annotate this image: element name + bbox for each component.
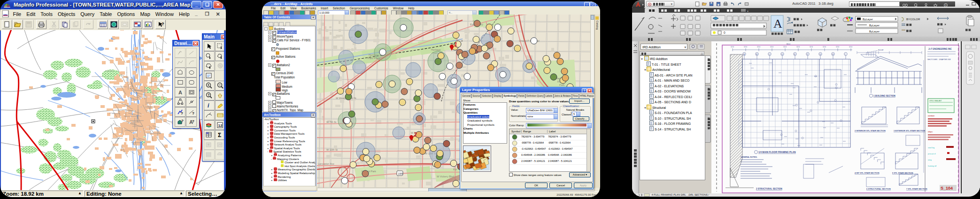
svg-text:7 STL STAIR SECTION: 7 STL STAIR SECTION bbox=[906, 188, 927, 190]
svg-text:12-0: 12-0 bbox=[770, 46, 773, 48]
svg-text:W 10th St: W 10th St bbox=[326, 148, 338, 151]
svg-text:Σ: Σ bbox=[218, 132, 221, 138]
svg-text:steel leg: steel leg bbox=[928, 147, 934, 149]
svg-text:A: A bbox=[773, 17, 782, 31]
svg-text:3 EXTERIOR STL STAIR SECTION: 3 EXTERIOR STL STAIR SECTION bbox=[894, 130, 925, 132]
svg-text:F: F bbox=[807, 54, 808, 55]
svg-text:W Vickery Blvd: W Vickery Blvd bbox=[437, 175, 454, 178]
svg-text:12: 12 bbox=[218, 123, 223, 128]
svg-text:clays:: clays: bbox=[928, 131, 933, 133]
svg-text:SHOTOVER DRAFTER KW: SHOTOVER DRAFTER KW bbox=[927, 59, 951, 61]
svg-text:0: 0 bbox=[724, 31, 725, 34]
svg-text:?: ? bbox=[181, 111, 183, 115]
svg-text:ROOF: ROOF bbox=[878, 49, 884, 51]
svg-text:G: G bbox=[820, 54, 821, 55]
svg-text:199: 199 bbox=[398, 172, 403, 175]
svg-text:4 INT STL STAIR SECTION: 4 INT STL STAIR SECTION bbox=[855, 172, 879, 174]
svg-text:S_104: S_104 bbox=[941, 186, 953, 191]
svg-text:?: ? bbox=[208, 93, 209, 97]
svg-text:A: A bbox=[178, 90, 182, 95]
svg-text:12-0: 12-0 bbox=[823, 46, 826, 48]
svg-text:12-0: 12-0 bbox=[731, 46, 734, 48]
svg-text:ByLayer: ByLayer bbox=[869, 24, 880, 27]
svg-text:?: ? bbox=[192, 111, 194, 115]
svg-text:i: i bbox=[208, 102, 209, 109]
svg-text:2 STRUCTURAL SECTION: 2 STRUCTURAL SECTION bbox=[756, 188, 782, 190]
svg-text:84-0: 84-0 bbox=[787, 43, 791, 45]
svg-text:?: ? bbox=[181, 119, 184, 123]
svg-text:1: 1 bbox=[454, 41, 457, 48]
svg-text:09910 SEALANT: 09910 SEALANT bbox=[929, 100, 942, 102]
svg-text:Lancaster Ave: Lancaster Ave bbox=[318, 162, 334, 165]
svg-text:BYCOLOR: BYCOLOR bbox=[906, 18, 920, 21]
svg-text:12-0: 12-0 bbox=[836, 46, 839, 48]
svg-text:?: ? bbox=[162, 22, 164, 26]
svg-text:contact:: contact: bbox=[928, 115, 935, 117]
svg-text:12-0: 12-0 bbox=[796, 46, 800, 48]
svg-text:12-0: 12-0 bbox=[757, 46, 760, 48]
svg-text:?: ? bbox=[192, 119, 194, 123]
svg-text:I: I bbox=[845, 54, 846, 55]
svg-text:Park: Park bbox=[559, 84, 565, 86]
svg-text:framing sill: framing sill bbox=[928, 165, 936, 167]
svg-text:5 STL STAIR SECTION: 5 STL STAIR SECTION bbox=[892, 172, 913, 174]
svg-text:wing: wing bbox=[928, 159, 932, 161]
svg-text:2 INTERIOR STL STAIR SECTION: 2 INTERIOR STL STAIR SECTION bbox=[855, 130, 886, 132]
svg-text:1/4 MAIN FLOOR FRAMING PLAN: 1/4 MAIN FLOOR FRAMING PLAN bbox=[758, 151, 796, 153]
svg-text:12-0: 12-0 bbox=[783, 46, 787, 48]
svg-text:For: For bbox=[453, 168, 457, 171]
svg-text:2: 2 bbox=[413, 131, 417, 138]
svg-text:GENERAL NOTES:: GENERAL NOTES: bbox=[741, 156, 757, 158]
svg-text:6 STRUCTURAL SECTION: 6 STRUCTURAL SECTION bbox=[866, 188, 891, 190]
svg-text:12-0: 12-0 bbox=[810, 46, 813, 48]
svg-text:12-0: 12-0 bbox=[744, 46, 747, 48]
svg-text:precast sf: precast sf bbox=[928, 153, 936, 155]
svg-text:1 BUILDING SECTION: 1 BUILDING SECTION bbox=[873, 95, 895, 97]
svg-text:Heritage: Heritage bbox=[431, 48, 441, 51]
svg-text:ByLayer: ByLayer bbox=[863, 18, 873, 21]
svg-text:J+T ENGINEERING INC: J+T ENGINEERING INC bbox=[928, 48, 952, 50]
svg-text:ByLayer: ByLayer bbox=[869, 30, 880, 33]
svg-text:W 7th St: W 7th St bbox=[326, 121, 337, 123]
svg-text:12-0: 12-0 bbox=[849, 46, 852, 48]
svg-text:?: ? bbox=[945, 4, 947, 7]
